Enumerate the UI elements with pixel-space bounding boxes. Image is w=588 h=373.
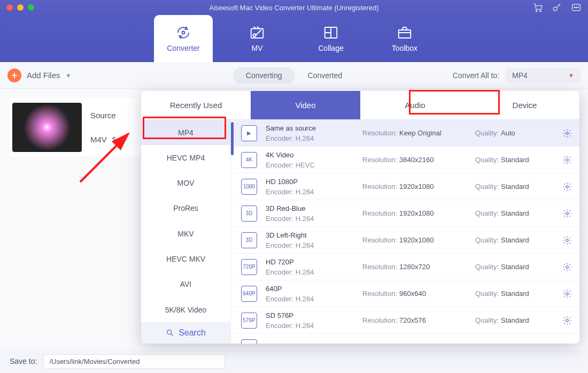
preset-title: 4K Video: [266, 151, 354, 159]
preset-quality: Quality: Standard: [475, 182, 550, 191]
preset-row[interactable]: 1080HD 1080PEncoder: H.264Resolution: 19…: [234, 173, 579, 200]
preset-encoder: Encoder: H.264: [266, 322, 354, 330]
preset-row[interactable]: 720PHD 720PEncoder: H.264Resolution: 128…: [234, 254, 579, 280]
panel-tab-recent[interactable]: Recently Used: [141, 91, 251, 120]
feedback-icon[interactable]: [571, 2, 582, 13]
close-window-button[interactable]: [6, 4, 13, 11]
nav-toolbox[interactable]: Toolbox: [375, 15, 434, 62]
add-files-button[interactable]: + Add Files ▼: [7, 68, 71, 82]
format-panel: Recently Used Video Audio Device MP4 HEV…: [141, 91, 579, 344]
svg-point-18: [566, 265, 569, 268]
window-controls: [6, 4, 34, 11]
primary-nav: Converter MV Collage Toolbox: [0, 15, 588, 62]
preset-title: HD 720P: [266, 258, 354, 266]
sidebar-item-hevcmkv[interactable]: HEVC MKV: [141, 246, 230, 271]
source-count: 5: [112, 135, 117, 144]
tab-converting[interactable]: Converting: [233, 67, 295, 83]
gear-icon[interactable]: [562, 235, 572, 245]
preset-resolution: Resolution: 3840x2160: [362, 156, 467, 164]
svg-point-6: [578, 7, 579, 8]
preset-row[interactable]: 576PSD 576PEncoder: H.264Resolution: 720…: [234, 307, 579, 334]
maximize-window-button[interactable]: [28, 4, 34, 11]
nav-mv-label: MV: [252, 44, 263, 52]
sidebar-item-avi[interactable]: AVI: [141, 272, 230, 297]
nav-collage-label: Collage: [318, 44, 343, 52]
file-meta: Source M4V 5: [90, 111, 117, 144]
preset-quality: Quality: Standard: [475, 236, 550, 244]
minimize-window-button[interactable]: [17, 4, 24, 11]
preset-row[interactable]: 4K4K VideoEncoder: HEVCResolution: 3840x…: [234, 147, 579, 173]
cart-icon[interactable]: [532, 2, 543, 13]
svg-point-7: [182, 32, 185, 34]
preset-encoder: Encoder: H.264: [266, 295, 354, 303]
preset-encoder: Encoder: HEVC: [266, 161, 354, 169]
preset-row[interactable]: 480PSD 480P: [234, 334, 579, 344]
svg-point-13: [566, 132, 569, 134]
format-search-button[interactable]: Search: [141, 322, 230, 344]
svg-point-4: [574, 7, 575, 8]
tab-converted[interactable]: Converted: [295, 67, 355, 83]
chevron-down-icon[interactable]: ▼: [66, 72, 72, 79]
preset-title: SD 480P: [266, 343, 354, 344]
panel-tab-audio[interactable]: Audio: [360, 91, 470, 120]
format-dropdown[interactable]: MP4 ▼: [506, 68, 581, 83]
nav-collage[interactable]: Collage: [301, 15, 360, 62]
preset-list: ▶Same as sourceEncoder: H.264Resolution:…: [234, 120, 579, 344]
svg-point-16: [566, 212, 569, 215]
bottom-bar: Save to: /Users/link/Movies/Converted: [0, 349, 588, 373]
gear-icon[interactable]: [562, 155, 572, 165]
preset-quality: Quality: Standard: [475, 263, 550, 271]
preset-format-icon: 4K: [241, 152, 257, 168]
save-to-label: Save to:: [10, 357, 37, 366]
preset-resolution: Resolution: Keep Original: [362, 129, 467, 137]
gear-icon[interactable]: [562, 182, 572, 192]
preset-title: SD 576P: [266, 311, 354, 319]
preset-resolution: Resolution: 720x576: [362, 316, 467, 324]
convert-all-section: Convert All to: MP4 ▼: [453, 68, 581, 83]
video-thumbnail[interactable]: [12, 103, 82, 152]
svg-point-12: [167, 330, 172, 334]
preset-format-icon: 3D: [241, 205, 257, 222]
format-dropdown-value: MP4: [512, 71, 528, 80]
svg-point-5: [576, 7, 577, 8]
gear-icon[interactable]: [562, 128, 572, 138]
svg-point-17: [566, 239, 569, 241]
sidebar-item-prores[interactable]: ProRes: [141, 196, 230, 221]
preset-encoder: Encoder: H.264: [266, 188, 354, 196]
preset-row[interactable]: ▶Same as sourceEncoder: H.264Resolution:…: [234, 120, 579, 147]
sidebar-item-5k8k[interactable]: 5K/8K Video: [141, 297, 230, 322]
window-title: Aiseesoft Mac Video Converter Ultimate (…: [0, 4, 588, 12]
search-label: Search: [179, 328, 206, 338]
titlebar: Aiseesoft Mac Video Converter Ultimate (…: [0, 0, 588, 15]
panel-tab-device[interactable]: Device: [470, 91, 579, 120]
sidebar-item-mkv[interactable]: MKV: [141, 221, 230, 246]
gear-icon[interactable]: [562, 289, 572, 299]
nav-converter-label: Converter: [167, 44, 199, 52]
sidebar-item-mov[interactable]: MOV: [141, 171, 230, 196]
preset-row[interactable]: 3D3D Left-RightEncoder: H.264Resolution:…: [234, 227, 579, 254]
gear-icon[interactable]: [562, 316, 572, 325]
gear-icon[interactable]: [562, 209, 572, 218]
preset-quality: Quality: Standard: [475, 209, 550, 217]
svg-point-14: [566, 158, 569, 161]
svg-point-20: [566, 319, 569, 322]
nav-converter[interactable]: Converter: [154, 15, 213, 62]
add-files-label: Add Files: [27, 71, 60, 80]
sidebar-item-hevcmp4[interactable]: HEVC MP4: [141, 145, 230, 170]
toolbox-icon: [397, 25, 413, 41]
preset-title: 640P: [266, 285, 354, 293]
preset-row[interactable]: 640P640PEncoder: H.264Resolution: 960x64…: [234, 280, 579, 307]
save-path-input[interactable]: /Users/link/Movies/Converted: [43, 354, 225, 369]
preset-title: 3D Left-Right: [266, 231, 354, 239]
key-icon[interactable]: [552, 2, 562, 13]
gear-icon[interactable]: [562, 262, 572, 272]
panel-tab-video[interactable]: Video: [251, 91, 360, 120]
preset-row[interactable]: 3D3D Red-BlueEncoder: H.264Resolution: 1…: [234, 200, 579, 227]
preset-format-icon: ▶: [241, 125, 257, 141]
svg-point-1: [540, 10, 541, 11]
nav-mv[interactable]: MV: [228, 15, 287, 62]
sidebar-item-mp4[interactable]: MP4: [141, 120, 230, 145]
mv-icon: [249, 25, 265, 41]
nav-toolbox-label: Toolbox: [392, 44, 417, 52]
svg-point-0: [536, 10, 537, 11]
